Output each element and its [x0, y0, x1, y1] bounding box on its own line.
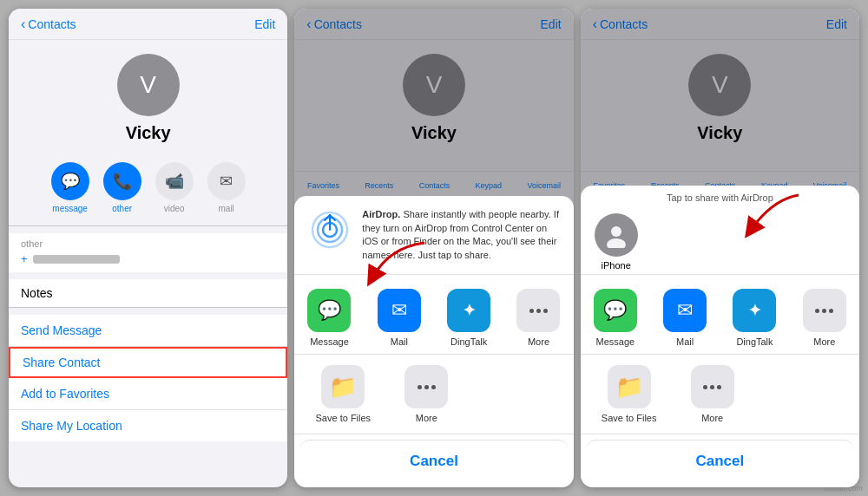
folder-icon: 📁: [321, 365, 365, 408]
link-share-location[interactable]: Share My Location: [9, 410, 287, 441]
cancel-btn-1[interactable]: Cancel: [299, 440, 568, 482]
save-to-files-option[interactable]: 📁 Save to Files: [315, 365, 371, 423]
panel-contacts-detail: ‹ Contacts Edit V Vicky 💬 message 📞 othe…: [9, 9, 287, 487]
share-option-mail[interactable]: ✉ Mail: [372, 289, 427, 347]
save-to-files-option-3[interactable]: 📁 Save to Files: [602, 365, 657, 423]
notes-label-1: Notes: [21, 286, 275, 300]
more-row2-icon: [404, 365, 448, 408]
dingtalk-share-icon-3: ✦: [733, 289, 776, 332]
mail-icon: ✉: [207, 162, 246, 200]
chevron-left-icon: ‹: [21, 16, 25, 32]
share-option-message-3[interactable]: 💬 Message: [588, 289, 643, 347]
more-row2-option[interactable]: More: [398, 365, 454, 423]
share-options-row-2: 📁 Save to Files More: [294, 355, 573, 434]
divider-1: [9, 225, 287, 226]
link-add-favorites[interactable]: Add to Favorites: [9, 378, 287, 410]
dingtalk-share-label: DingTalk: [450, 336, 487, 347]
nav-bar-1: ‹ Contacts Edit: [9, 9, 287, 40]
dingtalk-share-icon: ✦: [447, 289, 490, 332]
message-icon: 💬: [51, 162, 89, 200]
contact-header-1: V Vicky: [9, 40, 287, 153]
svg-point-6: [607, 238, 626, 248]
action-btn-other[interactable]: 📞 other: [103, 162, 141, 213]
mail-share-icon: ✉: [378, 289, 421, 332]
save-to-files-label-3: Save to Files: [602, 413, 657, 423]
airdrop-device-modal: Tap to share with AirDrop iPhone: [581, 9, 859, 487]
share-options-row-3: 💬 Message ✉ Mail ✦ DingTalk: [581, 275, 859, 355]
screenshot-container: ‹ Contacts Edit V Vicky 💬 message 📞 othe…: [0, 0, 868, 496]
action-btn-other-label: other: [112, 204, 132, 213]
action-btn-video[interactable]: 📹 video: [155, 162, 194, 213]
phone-number-blurred: [33, 255, 120, 264]
device-label-iphone: iPhone: [602, 260, 631, 271]
folder-icon-3: 📁: [608, 365, 651, 408]
tap-to-share-label: Tap to share with AirDrop: [581, 186, 859, 206]
message-share-label-3: Message: [595, 336, 635, 347]
action-btn-message-label: message: [52, 204, 88, 213]
more-share-icon-3: [803, 289, 846, 332]
avatar-1: V: [117, 54, 180, 116]
divider-2: [9, 307, 287, 308]
action-btn-video-label: video: [164, 204, 185, 213]
more-row2-option-3[interactable]: More: [685, 365, 740, 423]
dingtalk-share-label-3: DingTalk: [736, 336, 773, 347]
airdrop-devices-row: iPhone: [581, 206, 859, 275]
add-phone-btn[interactable]: +: [21, 252, 28, 265]
svg-point-5: [611, 226, 621, 237]
links-list-1: Send Message Share Contact Add to Favori…: [9, 315, 287, 441]
share-option-dingtalk[interactable]: ✦ DingTalk: [441, 289, 496, 347]
airdrop-banner: AirDrop. Share instantly with people nea…: [294, 196, 573, 275]
device-avatar-icon: [595, 213, 638, 257]
message-share-icon-3: 💬: [594, 289, 637, 332]
airdrop-description: AirDrop. Share instantly with people nea…: [362, 208, 559, 262]
nav-back-1[interactable]: ‹ Contacts: [21, 16, 76, 32]
phone-icon: 📞: [103, 162, 141, 200]
action-btn-mail[interactable]: ✉ mail: [207, 162, 246, 213]
cancel-btn-3[interactable]: Cancel: [586, 440, 854, 482]
share-option-message[interactable]: 💬 Message: [301, 289, 357, 347]
airdrop-device-iphone[interactable]: iPhone: [595, 213, 638, 271]
share-options-row2-3: 📁 Save to Files More: [581, 355, 859, 434]
share-option-mail-3[interactable]: ✉ Mail: [657, 289, 713, 347]
more-row2-label: More: [416, 413, 437, 423]
contact-name-1: Vicky: [126, 123, 171, 143]
video-icon: 📹: [155, 162, 194, 200]
more-share-label-3: More: [813, 336, 835, 347]
airdrop-device-sheet: Tap to share with AirDrop iPhone: [581, 186, 859, 487]
message-share-icon: 💬: [307, 289, 351, 332]
link-send-message[interactable]: Send Message: [9, 315, 287, 347]
share-option-dingtalk-3[interactable]: ✦ DingTalk: [727, 289, 782, 347]
more-share-icon: [516, 289, 560, 332]
panel-share-sheet: ‹ Contacts Edit V Vicky: [294, 9, 573, 487]
link-share-contact[interactable]: Share Contact: [9, 347, 287, 378]
share-option-more-3[interactable]: More: [797, 289, 852, 347]
more-row2-label-3: More: [701, 413, 723, 423]
mail-share-label-3: Mail: [676, 336, 694, 347]
share-sheet-modal: AirDrop. Share instantly with people nea…: [294, 9, 573, 487]
action-btn-message[interactable]: 💬 message: [51, 162, 89, 213]
notes-section-1: Notes: [9, 279, 287, 307]
mail-share-icon-3: ✉: [663, 289, 707, 332]
action-buttons-row-1: 💬 message 📞 other 📹 video ✉ mail: [9, 153, 287, 225]
panel-airdrop-device: ‹ Contacts Edit V Vicky Tap to share wit…: [581, 9, 859, 487]
airdrop-icon: [308, 208, 352, 251]
more-row2-icon-3: [691, 365, 734, 408]
message-share-label: Message: [310, 336, 349, 347]
share-sheet-content: AirDrop. Share instantly with people nea…: [294, 196, 573, 487]
nav-edit-1[interactable]: Edit: [254, 17, 275, 31]
save-to-files-label: Save to Files: [316, 413, 372, 423]
nav-back-label-1[interactable]: Contacts: [28, 17, 76, 31]
info-section-1: other +: [9, 233, 287, 272]
share-option-more[interactable]: More: [510, 289, 566, 347]
info-label-1: other: [9, 233, 287, 251]
action-btn-mail-label: mail: [218, 204, 233, 213]
share-options-row-1: 💬 Message ✉ Mail ✦ DingTalk: [294, 275, 573, 355]
more-share-label: More: [528, 336, 549, 347]
mail-share-label: Mail: [391, 336, 408, 347]
